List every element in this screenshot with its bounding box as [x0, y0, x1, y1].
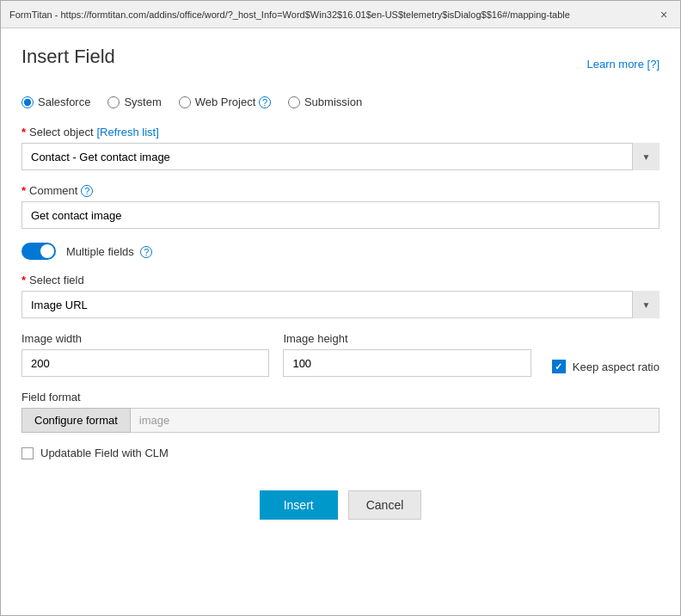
format-row: Configure format image [21, 408, 660, 433]
radio-salesforce-input[interactable] [21, 96, 34, 108]
refresh-list-link[interactable]: [Refresh list] [97, 126, 159, 139]
select-object-label: * Select object [Refresh list] [21, 126, 660, 139]
select-field-label-text: Select field [29, 274, 84, 286]
close-button[interactable]: × [656, 7, 672, 22]
comment-label: * Comment ? [21, 184, 660, 197]
window: FormTitan - https://formtitan.com/addins… [0, 0, 681, 616]
comment-input[interactable] [21, 201, 660, 229]
select-object-group: * Select object [Refresh list] Contact -… [21, 126, 660, 170]
radio-submission-label: Submission [304, 95, 362, 108]
keep-aspect-label: Keep aspect ratio [573, 360, 660, 373]
footer: Insert Cancel [21, 477, 660, 540]
comment-help-badge[interactable]: ? [81, 185, 93, 197]
radio-submission-input[interactable] [288, 96, 300, 108]
page-title: Insert Field [21, 46, 115, 68]
select-object-wrapper: Contact - Get contact image ▼ [21, 143, 660, 170]
radio-system[interactable]: System [107, 95, 161, 108]
updatable-checkbox[interactable] [21, 447, 34, 459]
image-height-label: Image height [283, 332, 531, 345]
radio-salesforce-label: Salesforce [38, 95, 90, 108]
title-bar: FormTitan - https://formtitan.com/addins… [1, 1, 680, 28]
multiple-fields-help-badge[interactable]: ? [140, 246, 152, 258]
updatable-row: Updatable Field with CLM [21, 447, 660, 459]
configure-format-button[interactable]: Configure format [21, 408, 131, 433]
learn-more-link[interactable]: Learn more [?] [586, 58, 660, 71]
header-row: Insert Field Learn more [?] [21, 46, 660, 82]
required-star-field: * [21, 274, 26, 286]
required-star-object: * [21, 126, 26, 139]
field-format-label: Field format [21, 391, 660, 403]
select-object-dropdown[interactable]: Contact - Get contact image [21, 143, 660, 170]
select-field-label: * Select field [21, 274, 660, 286]
title-bar-text: FormTitan - https://formtitan.com/addins… [9, 9, 570, 20]
comment-label-text: Comment [29, 184, 77, 197]
select-field-group: * Select field Image URL ▼ [21, 274, 660, 318]
select-object-label-text: Select object [29, 126, 93, 139]
toggle-slider [21, 243, 56, 260]
image-height-input[interactable] [283, 349, 531, 377]
field-format-section: Field format Configure format image [21, 391, 660, 433]
keep-aspect-checkbox[interactable]: ✓ [552, 360, 566, 373]
select-field-wrapper: Image URL ▼ [21, 291, 660, 318]
format-display: image [131, 408, 660, 433]
insert-button[interactable]: Insert [260, 490, 338, 520]
multiple-fields-toggle[interactable] [21, 243, 56, 260]
keep-aspect-container: ✓ Keep aspect ratio [552, 360, 660, 377]
comment-group: * Comment ? [21, 184, 660, 229]
checkmark-icon: ✓ [555, 361, 562, 373]
radio-webproject-label: Web Project ? [195, 95, 271, 108]
radio-system-input[interactable] [107, 96, 120, 108]
image-height-group: Image height [283, 332, 531, 377]
webproject-help-badge[interactable]: ? [259, 96, 271, 108]
image-width-group: Image width [21, 332, 269, 377]
keep-aspect-group: ✓ Keep aspect ratio [545, 360, 660, 377]
multiple-fields-label-text: Multiple fields [66, 245, 134, 258]
content-area: Insert Field Learn more [?] Salesforce S… [1, 28, 680, 615]
image-width-input[interactable] [21, 349, 269, 377]
multiple-fields-label: Multiple fields ? [66, 245, 152, 258]
image-width-label: Image width [21, 332, 269, 345]
radio-webproject[interactable]: Web Project ? [179, 95, 271, 108]
multiple-fields-row: Multiple fields ? [21, 243, 660, 260]
radio-system-label: System [124, 95, 161, 108]
updatable-label: Updatable Field with CLM [40, 447, 169, 459]
image-dimensions-row: Image width Image height ✓ Keep aspect r… [21, 332, 660, 377]
radio-webproject-input[interactable] [179, 96, 191, 108]
radio-salesforce[interactable]: Salesforce [21, 95, 90, 108]
radio-submission[interactable]: Submission [288, 95, 362, 108]
required-star-comment: * [21, 184, 26, 197]
cancel-button[interactable]: Cancel [348, 490, 422, 520]
radio-group: Salesforce System Web Project ? Submissi… [21, 95, 660, 108]
select-field-dropdown[interactable]: Image URL [21, 291, 660, 318]
